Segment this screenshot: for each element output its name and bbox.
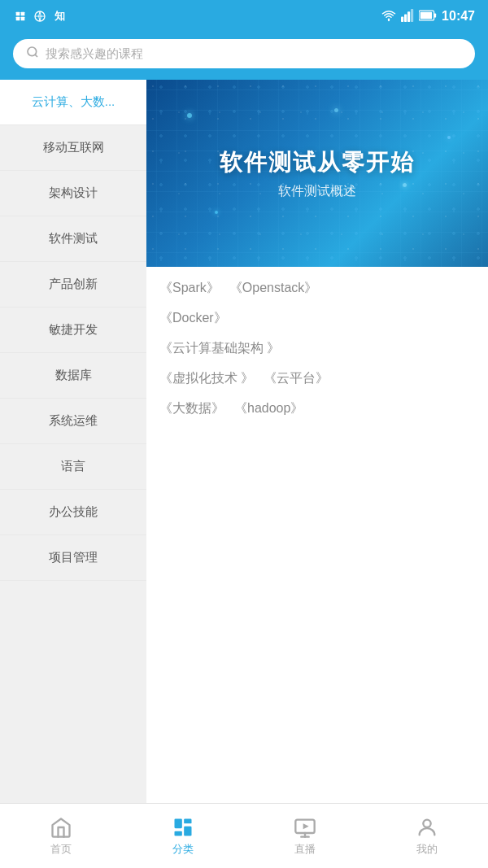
live-icon	[294, 816, 316, 839]
svg-point-23	[423, 819, 430, 827]
nav-label-category: 分类	[172, 842, 194, 857]
sidebar-item-testing[interactable]: 软件测试	[0, 216, 146, 262]
course-row-4: 《大数据》 《hadoop》	[159, 400, 475, 417]
sidebar: 云计算、大数... 移动互联网 架构设计 软件测试 产品创新 敏捷开发 数据库 …	[0, 80, 146, 819]
svg-rect-18	[175, 831, 182, 835]
course-tag-cloud-arch[interactable]: 《云计算基础架构 》	[159, 340, 280, 357]
course-tag-cloud-platform[interactable]: 《云平台》	[264, 370, 329, 387]
sidebar-item-cloud[interactable]: 云计算、大数...	[0, 80, 146, 125]
search-input-wrap[interactable]: 搜索感兴趣的课程	[13, 39, 475, 68]
nav-item-category[interactable]: 分类	[122, 804, 244, 868]
nav-item-live[interactable]: 直播	[244, 804, 366, 868]
nav-item-profile[interactable]: 我的	[366, 804, 488, 868]
search-icon	[26, 46, 39, 62]
svg-rect-3	[21, 17, 25, 21]
sidebar-item-project[interactable]: 项目管理	[0, 535, 146, 581]
vpn-icon	[33, 9, 47, 24]
svg-rect-12	[420, 11, 432, 18]
svg-rect-17	[184, 826, 191, 835]
time-display: 10:47	[442, 9, 475, 24]
home-icon	[50, 816, 72, 839]
sidebar-item-mobile[interactable]: 移动互联网	[0, 125, 146, 171]
svg-rect-15	[175, 818, 182, 828]
svg-rect-2	[16, 17, 20, 21]
course-row-0: 《Spark》 《Openstack》	[159, 280, 475, 297]
content-panel: 软件测试从零开始 软件测试概述 《Spark》 《Openstack》 《Doc…	[146, 80, 488, 819]
course-tag-virt[interactable]: 《虚拟化技术 》	[159, 370, 254, 387]
status-bar: 知 10:47	[0, 0, 488, 33]
svg-rect-16	[184, 818, 191, 823]
nav-label-home: 首页	[50, 842, 72, 857]
bottom-nav: 首页 分类 直播 我的	[0, 803, 488, 868]
status-bar-right: 10:47	[381, 9, 475, 24]
course-tag-spark[interactable]: 《Spark》	[159, 280, 220, 297]
sidebar-item-language[interactable]: 语言	[0, 444, 146, 490]
svg-rect-6	[401, 16, 403, 21]
course-tag-bigdata[interactable]: 《大数据》	[159, 400, 224, 417]
nav-item-home[interactable]: 首页	[0, 804, 122, 868]
signal-icon	[401, 9, 414, 24]
svg-point-13	[28, 47, 37, 56]
svg-marker-22	[303, 823, 309, 829]
category-icon	[172, 816, 194, 839]
course-row-1: 《Docker》	[159, 310, 475, 327]
wifi-icon	[381, 9, 396, 24]
svg-rect-8	[407, 11, 410, 22]
sidebar-item-database[interactable]: 数据库	[0, 353, 146, 399]
courses-area: 《Spark》 《Openstack》 《Docker》 《云计算基础架构 》 …	[146, 267, 488, 443]
course-tag-openstack[interactable]: 《Openstack》	[229, 280, 317, 297]
course-banner: 软件测试从零开始 软件测试概述	[146, 80, 488, 267]
banner-title: 软件测试从零开始	[220, 147, 415, 178]
notification-icon	[13, 9, 28, 24]
search-placeholder: 搜索感兴趣的课程	[46, 46, 143, 62]
svg-line-14	[35, 55, 37, 57]
status-bar-left: 知	[13, 9, 67, 24]
sidebar-item-architecture[interactable]: 架构设计	[0, 171, 146, 216]
sidebar-item-agile[interactable]: 敏捷开发	[0, 308, 146, 353]
svg-rect-11	[434, 13, 437, 17]
zhihu-icon: 知	[52, 9, 67, 24]
course-tag-hadoop[interactable]: 《hadoop》	[234, 400, 303, 417]
profile-icon	[416, 816, 438, 839]
nav-label-live: 直播	[294, 842, 316, 857]
battery-icon	[419, 10, 437, 24]
svg-rect-1	[21, 12, 25, 16]
banner-subtitle: 软件测试概述	[220, 183, 415, 200]
sidebar-item-product[interactable]: 产品创新	[0, 262, 146, 308]
svg-rect-7	[404, 14, 407, 22]
svg-rect-0	[16, 12, 20, 16]
nav-label-profile: 我的	[416, 842, 438, 857]
course-row-3: 《虚拟化技术 》 《云平台》	[159, 370, 475, 387]
sidebar-item-office[interactable]: 办公技能	[0, 490, 146, 535]
banner-text: 软件测试从零开始 软件测试概述	[220, 147, 415, 200]
svg-rect-9	[411, 9, 413, 22]
main-content: 云计算、大数... 移动互联网 架构设计 软件测试 产品创新 敏捷开发 数据库 …	[0, 80, 488, 819]
course-row-2: 《云计算基础架构 》	[159, 340, 475, 357]
search-bar: 搜索感兴趣的课程	[0, 33, 488, 80]
course-tag-docker[interactable]: 《Docker》	[159, 310, 227, 327]
sidebar-item-ops[interactable]: 系统运维	[0, 399, 146, 444]
